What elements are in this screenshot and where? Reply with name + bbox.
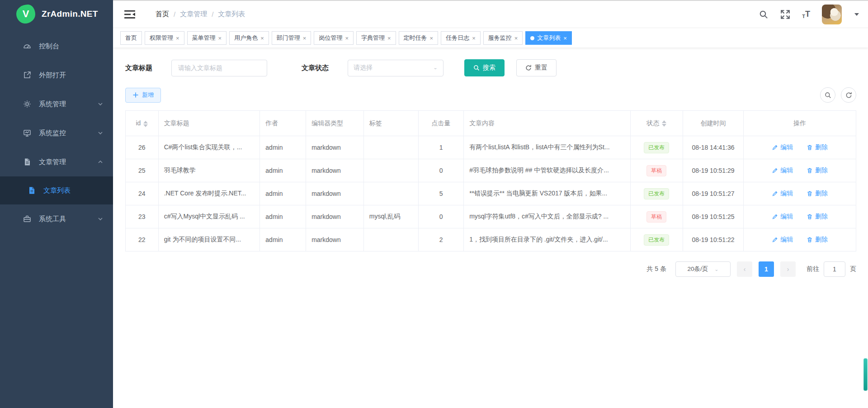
search-button[interactable]: 搜索 (464, 59, 505, 76)
edit-button[interactable]: 编辑 (772, 190, 793, 198)
tab-label: 菜单管理 (192, 34, 216, 42)
close-icon[interactable]: × (387, 35, 391, 41)
font-size-icon[interactable]: TT (802, 9, 810, 19)
close-icon[interactable]: × (176, 35, 179, 41)
delete-button[interactable]: 删除 (807, 190, 828, 198)
delete-button[interactable]: 删除 (807, 166, 828, 175)
next-page-button[interactable]: › (780, 261, 796, 277)
close-icon[interactable]: × (514, 35, 518, 41)
tab-9[interactable]: 服务监控 × (483, 31, 523, 45)
sidebar-item-3[interactable]: 系统监控 (0, 119, 113, 147)
reset-button-label: 重置 (535, 64, 547, 72)
cell-tag: mysql,乱码 (363, 205, 418, 228)
prev-page-button[interactable]: ‹ (737, 261, 752, 277)
column-header: 标签 (363, 111, 418, 136)
chevron-down-icon: ⌄ (714, 266, 718, 272)
edit-button[interactable]: 编辑 (772, 166, 793, 175)
column-header: 编辑器类型 (306, 111, 364, 136)
chevron-up-icon (98, 159, 103, 165)
article-title-input[interactable] (171, 60, 267, 76)
close-icon[interactable]: × (345, 35, 349, 41)
tab-0[interactable]: 首页 × (120, 31, 142, 45)
sidebar-item-active[interactable]: 文章列表 (0, 176, 113, 204)
refresh-table-button[interactable] (841, 87, 856, 103)
sidebar-item-1[interactable]: 外部打开 (0, 61, 113, 90)
tab-1[interactable]: 权限管理 × (145, 31, 184, 45)
add-button[interactable]: 新增 (125, 88, 161, 103)
goto-page-input[interactable] (824, 261, 845, 277)
caret-down-icon[interactable] (854, 13, 859, 16)
close-icon[interactable]: × (260, 35, 264, 41)
tab-10-active[interactable]: 文章列表 × (525, 31, 572, 45)
cell-editor-type: markdown (306, 159, 364, 182)
close-icon[interactable]: × (303, 35, 307, 41)
trash-icon (807, 167, 813, 174)
table-row: 26 C#两个list集合实现关联，... admin markdown 1 有… (126, 136, 856, 159)
fullscreen-icon[interactable] (780, 9, 790, 19)
sort-icon[interactable] (662, 120, 666, 127)
dashboard-icon (23, 42, 32, 51)
sidebar-collapse-icon[interactable] (124, 9, 136, 19)
close-icon[interactable]: × (563, 35, 567, 41)
cell-id: 22 (126, 228, 159, 251)
column-header: 创建时间 (683, 111, 743, 136)
tab-6[interactable]: 字典管理 × (356, 31, 396, 45)
tab-2[interactable]: 菜单管理 × (187, 31, 227, 45)
sort-icon[interactable] (143, 121, 148, 127)
cell-created: 08-19 10:51:29 (683, 159, 743, 182)
page-size-select[interactable]: 20条/页 ⌄ (675, 261, 731, 277)
trash-icon (807, 144, 813, 151)
delete-button[interactable]: 删除 (807, 143, 828, 152)
sidebar-item-2[interactable]: 系统管理 (0, 90, 113, 119)
tags-view-bar: 首页 × 权限管理 × 菜单管理 × 用户角色 × 部门管理 × 岗位管理 × … (113, 28, 868, 47)
tab-5[interactable]: 岗位管理 × (314, 31, 354, 45)
table-row: 23 c#写入Mysql中文显示乱码 ... admin markdown my… (126, 205, 856, 228)
breadcrumb: 首页 / 文章管理 / 文章列表 (156, 10, 245, 19)
close-icon[interactable]: × (472, 35, 476, 41)
close-icon[interactable]: × (218, 35, 222, 41)
sidebar-item-4[interactable]: 文章管理 (0, 147, 113, 176)
article-state-label: 文章状态 (302, 64, 329, 72)
page-number-1[interactable]: 1 (759, 261, 774, 277)
breadcrumb-home[interactable]: 首页 (156, 10, 169, 19)
search-icon[interactable] (759, 9, 769, 19)
delete-button[interactable]: 删除 (807, 213, 828, 221)
reset-button[interactable]: 重置 (516, 59, 557, 76)
tab-7[interactable]: 定时任务 × (399, 31, 439, 45)
cell-tag (363, 136, 418, 159)
avatar[interactable] (822, 5, 842, 24)
search-icon (825, 92, 831, 99)
sidebar-item-0[interactable]: 控制台 (0, 32, 113, 61)
scrollbar-thumb[interactable] (863, 358, 868, 391)
cell-clicks: 0 (418, 159, 463, 182)
breadcrumb-separator: / (174, 10, 175, 18)
tab-4[interactable]: 部门管理 × (272, 31, 311, 45)
status-badge: 草稿 (646, 211, 666, 223)
cell-title: .NET Core 发布时提示.NET... (158, 182, 260, 205)
article-state-select[interactable]: 请选择 ⌄ (348, 60, 443, 76)
tab-label: 首页 (125, 34, 137, 42)
close-icon[interactable]: × (430, 35, 434, 41)
document-icon (23, 157, 32, 166)
edit-button[interactable]: 编辑 (772, 236, 793, 244)
column-header[interactable]: id (126, 111, 159, 136)
column-header[interactable]: 状态 (630, 111, 683, 136)
cell-title: c#写入Mysql中文显示乱码 ... (158, 205, 260, 228)
cell-actions: 编辑 删除 (744, 205, 856, 228)
cell-content: mysql字符集utf8，c#写入中文后，全部显示成? ... (464, 205, 630, 228)
cell-status: 已发布 (630, 182, 683, 205)
sidebar-item-6[interactable]: 系统工具 (0, 204, 113, 233)
cell-tag (363, 228, 418, 251)
table-row: 25 羽毛球教学 admin markdown 0 #羽毛球拍参数说明 ## 中… (126, 159, 856, 182)
cell-created: 08-19 10:51:25 (683, 205, 743, 228)
font-size-large-t: T (805, 9, 810, 19)
edit-button[interactable]: 编辑 (772, 143, 793, 152)
show-search-button[interactable] (820, 87, 835, 103)
font-size-small-t: T (802, 14, 805, 19)
app-logo[interactable]: V ZrAdmin.NET (0, 0, 113, 28)
tab-3[interactable]: 用户角色 × (229, 31, 269, 45)
tab-8[interactable]: 任务日志 × (441, 31, 481, 45)
delete-button[interactable]: 删除 (807, 236, 828, 244)
document-icon (27, 186, 36, 195)
edit-button[interactable]: 编辑 (772, 213, 793, 221)
